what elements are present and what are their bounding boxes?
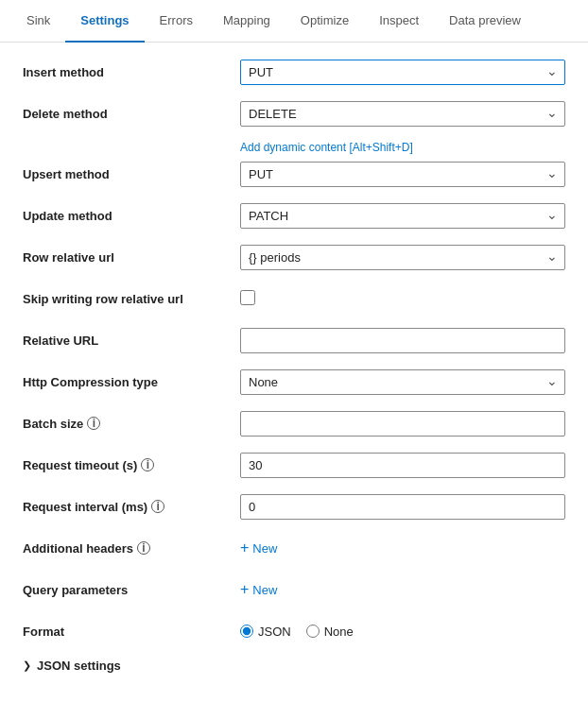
json-settings-row[interactable]: ❯ JSON settings <box>23 659 565 673</box>
batch-size-info-icon: i <box>87 417 100 430</box>
additional-headers-plus-icon: + <box>240 540 249 556</box>
batch-size-input[interactable] <box>240 411 565 437</box>
upsert-method-label: Upsert method <box>23 167 240 181</box>
dynamic-content-link[interactable]: Add dynamic content [Alt+Shift+D] <box>240 141 565 154</box>
query-parameters-row: Query parameters + New <box>23 575 565 604</box>
http-compression-label: Http Compression type <box>23 375 240 389</box>
update-method-select-wrapper: PATCH PUT POST DELETE <box>240 203 565 229</box>
additional-headers-label: Additional headers i <box>23 541 240 556</box>
upsert-method-select[interactable]: PUT POST PATCH DELETE <box>240 162 565 187</box>
query-parameters-control: + New <box>240 578 565 601</box>
json-settings-chevron-icon: ❯ <box>23 659 31 672</box>
relative-url-row: Relative URL <box>23 326 565 354</box>
http-compression-select-wrapper: None GZip Deflate <box>240 369 565 395</box>
batch-size-label: Batch size i <box>23 417 240 431</box>
http-compression-control: None GZip Deflate <box>240 369 565 395</box>
query-parameters-new-button[interactable]: + New <box>240 578 277 601</box>
settings-content: Insert method PUT POST PATCH DELETE Dele… <box>0 43 588 688</box>
format-radio-group: JSON None <box>240 625 565 639</box>
tab-settings[interactable]: Settings <box>65 0 144 43</box>
request-interval-input[interactable] <box>240 494 565 520</box>
skip-writing-label: Skip writing row relative url <box>23 292 240 306</box>
format-json-radio[interactable] <box>240 625 253 638</box>
insert-method-control: PUT POST PATCH DELETE <box>240 60 565 85</box>
upsert-method-row: Upsert method PUT POST PATCH DELETE <box>23 160 565 188</box>
tab-sink[interactable]: Sink <box>11 0 65 43</box>
tab-errors[interactable]: Errors <box>145 0 208 43</box>
request-timeout-row: Request timeout (s) i <box>23 451 565 479</box>
row-relative-url-control: {} periods None <box>240 245 565 270</box>
update-method-label: Update method <box>23 209 240 223</box>
skip-writing-checkbox[interactable] <box>240 290 255 305</box>
batch-size-row: Batch size i <box>23 409 565 437</box>
update-method-select[interactable]: PATCH PUT POST DELETE <box>240 203 565 229</box>
request-interval-info-icon: i <box>151 500 164 513</box>
format-row: Format JSON None <box>23 617 565 645</box>
request-interval-label: Request interval (ms) i <box>23 500 240 514</box>
format-json-option[interactable]: JSON <box>240 625 291 639</box>
delete-method-label: Delete method <box>23 107 240 121</box>
row-relative-url-label: Row relative url <box>23 250 240 265</box>
tab-inspect[interactable]: Inspect <box>364 0 434 43</box>
http-compression-select[interactable]: None GZip Deflate <box>240 369 565 395</box>
delete-method-select-wrapper: DELETE PUT POST PATCH <box>240 101 565 127</box>
row-relative-url-select-wrapper: {} periods None <box>240 245 565 270</box>
additional-headers-new-button[interactable]: + New <box>240 537 277 559</box>
insert-method-row: Insert method PUT POST PATCH DELETE <box>23 58 565 86</box>
delete-method-control: DELETE PUT POST PATCH <box>240 101 565 127</box>
tab-bar: Sink Settings Errors Mapping Optimize In… <box>0 0 588 43</box>
delete-method-select[interactable]: DELETE PUT POST PATCH <box>240 101 565 127</box>
query-parameters-plus-icon: + <box>240 582 249 597</box>
insert-method-label: Insert method <box>23 65 240 79</box>
tab-data-preview[interactable]: Data preview <box>434 0 536 43</box>
format-none-radio[interactable] <box>306 625 320 638</box>
request-timeout-control <box>240 453 565 478</box>
request-timeout-input[interactable] <box>240 453 565 478</box>
format-none-option[interactable]: None <box>306 625 354 639</box>
additional-headers-info-icon: i <box>137 541 150 555</box>
request-interval-row: Request interval (ms) i <box>23 492 565 521</box>
http-compression-type-row: Http Compression type None GZip Deflate <box>23 368 565 396</box>
delete-method-row: Delete method DELETE PUT POST PATCH <box>23 99 565 128</box>
format-control: JSON None <box>240 625 565 639</box>
request-interval-control <box>240 494 565 520</box>
additional-headers-control: + New <box>240 537 565 559</box>
upsert-method-select-wrapper: PUT POST PATCH DELETE <box>240 162 565 187</box>
relative-url-input[interactable] <box>240 328 565 353</box>
skip-writing-row-relative-url-row: Skip writing row relative url <box>23 284 565 313</box>
insert-method-select-wrapper: PUT POST PATCH DELETE <box>240 60 565 85</box>
additional-headers-row: Additional headers i + New <box>23 534 565 562</box>
format-label: Format <box>23 625 240 639</box>
skip-writing-control <box>240 290 565 308</box>
update-method-control: PATCH PUT POST DELETE <box>240 203 565 229</box>
request-timeout-info-icon: i <box>141 458 154 471</box>
upsert-method-control: PUT POST PATCH DELETE <box>240 162 565 187</box>
batch-size-control <box>240 411 565 437</box>
query-parameters-label: Query parameters <box>23 583 240 597</box>
relative-url-label: Relative URL <box>23 334 240 348</box>
row-relative-url-select[interactable]: {} periods None <box>240 245 565 270</box>
tab-mapping[interactable]: Mapping <box>208 0 285 43</box>
json-settings-label: JSON settings <box>37 659 121 673</box>
insert-method-select[interactable]: PUT POST PATCH DELETE <box>240 60 565 85</box>
tab-optimize[interactable]: Optimize <box>285 0 364 43</box>
request-timeout-label: Request timeout (s) i <box>23 458 240 472</box>
update-method-row: Update method PATCH PUT POST DELETE <box>23 201 565 230</box>
row-relative-url-row: Row relative url {} periods None <box>23 243 565 271</box>
relative-url-control <box>240 328 565 353</box>
